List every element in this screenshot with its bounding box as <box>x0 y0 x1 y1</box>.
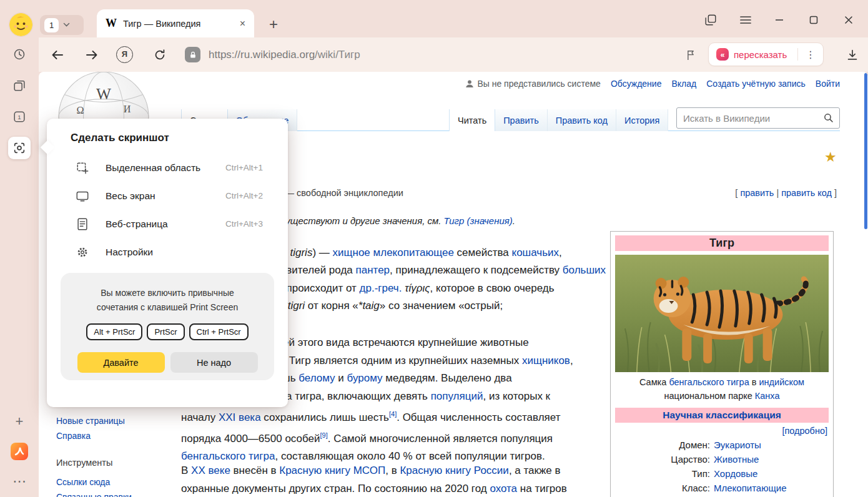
personal-link-contribs[interactable]: Вклад <box>671 79 696 89</box>
wiki-link[interactable]: белому <box>298 372 335 384</box>
tabs-panel-button[interactable]: 1 <box>8 106 31 128</box>
tab-history[interactable]: История <box>616 109 668 131</box>
address-bar[interactable]: https://ru.wikipedia.org/wiki/Тигр <box>209 37 360 72</box>
menu-item-web-page[interactable]: Веб-страница Ctrl+Alt+3 <box>47 210 288 238</box>
tab-edit-source[interactable]: Править код <box>548 109 616 131</box>
lock-icon <box>189 51 197 59</box>
search-input[interactable] <box>682 112 823 124</box>
history-button[interactable] <box>8 43 31 66</box>
wiki-link[interactable]: править код <box>781 188 832 198</box>
screenshot-popup: Сделать скриншот Выделенная область Ctrl… <box>47 119 288 407</box>
new-tab-button[interactable]: + <box>265 16 282 33</box>
wiki-link[interactable]: править <box>740 188 774 198</box>
downloads-button[interactable] <box>843 46 862 64</box>
wiki-link[interactable]: бенгальского тигра <box>181 450 275 462</box>
text-segment: *taig <box>358 300 380 312</box>
bookmark-button[interactable] <box>682 46 699 64</box>
accept-button[interactable]: Давайте <box>77 352 165 373</box>
tab-counter-control[interactable]: 1 <box>40 15 84 35</box>
gear-icon <box>74 245 91 259</box>
wiki-link[interactable]: млекопитающее <box>373 247 454 258</box>
tab-read[interactable]: Читать <box>449 109 495 131</box>
menu-item-settings[interactable]: Настройки <box>47 238 288 266</box>
sidebar-item-help[interactable]: Справка <box>56 428 132 443</box>
profile-avatar[interactable] <box>9 12 33 37</box>
personal-link-login[interactable]: Войти <box>816 79 840 89</box>
personal-link-create-account[interactable]: Создать учётную запись <box>706 79 806 89</box>
wiki-link[interactable]: XX веке <box>191 465 230 476</box>
wiki-link[interactable]: Хордовые <box>714 466 757 481</box>
menu-item-selected-area[interactable]: Выделенная область Ctrl+Alt+1 <box>47 154 288 182</box>
wiki-link[interactable]: Канха <box>755 391 780 401</box>
wiki-link[interactable]: пантер <box>356 264 390 276</box>
wiki-link[interactable]: кошачьих <box>512 247 560 258</box>
text-segment: , принадлежащего к подсемейству <box>390 264 563 276</box>
wiki-link[interactable]: Красную книгу МСОП <box>279 465 385 476</box>
browser-menu-button[interactable] <box>737 11 754 29</box>
text-segment: , в <box>385 465 400 476</box>
screenshot-tool-button[interactable] <box>8 137 31 159</box>
wiki-link[interactable]: [4] <box>389 410 397 418</box>
personal-link-talk[interactable]: Обсуждение <box>611 79 662 89</box>
side-panel-toggle-button[interactable] <box>702 11 719 29</box>
wiki-link[interactable]: Тигр (значения) <box>444 215 513 226</box>
screen-icon <box>74 189 91 203</box>
wiki-link[interactable]: бенгальского тигра <box>669 377 749 387</box>
wiki-search-box[interactable] <box>676 107 840 129</box>
minimize-button[interactable] <box>771 11 788 29</box>
sidebar-add-button[interactable]: + <box>8 410 31 433</box>
collections-button[interactable] <box>8 74 31 97</box>
wiki-link[interactable]: [9] <box>320 431 328 439</box>
arrow-right-icon <box>84 47 99 62</box>
wiki-link[interactable]: индийском <box>759 377 804 387</box>
wiki-link[interactable]: XXI века <box>219 411 261 423</box>
search-icon[interactable] <box>823 112 834 124</box>
wiki-link[interactable]: Млекопитающие <box>714 481 787 495</box>
maximize-button[interactable] <box>805 11 822 29</box>
retell-button[interactable]: « пересказать ⋮ <box>708 42 824 66</box>
wiki-link[interactable]: Животные <box>714 452 759 466</box>
minimize-icon <box>774 15 784 25</box>
wiki-link[interactable]: бурому <box>347 372 383 384</box>
text-segment: , а также в <box>509 465 561 476</box>
retell-menu-dots-icon[interactable]: ⋮ <box>803 49 818 61</box>
sidebar-item-related-changes[interactable]: Связанные правки <box>56 490 132 497</box>
stacked-pages-icon <box>12 79 26 92</box>
refresh-button[interactable] <box>150 46 169 64</box>
download-icon <box>846 48 859 62</box>
site-security-chip[interactable] <box>185 47 200 62</box>
text-segment: , <box>570 355 573 367</box>
yandex-search-button[interactable]: Я <box>116 46 133 63</box>
sidebar-item-what-links-here[interactable]: Ссылки сюда <box>56 475 132 490</box>
tab-close-icon[interactable]: × <box>240 19 245 29</box>
scientific-classification-header[interactable]: Научная классификация <box>615 408 829 423</box>
personal-bar: Вы не представились системе Обсуждение В… <box>465 79 840 89</box>
sidebar-more-button[interactable]: ⋯ <box>8 470 31 493</box>
page-scrollbar-thumb[interactable] <box>864 73 867 229</box>
svg-text:W: W <box>96 85 111 102</box>
wiki-link[interactable]: популяций <box>431 390 483 402</box>
tiger-image <box>615 255 829 372</box>
wiki-link[interactable]: больших <box>563 264 606 276</box>
browser-tab-active[interactable]: W Тигр — Википедия × <box>97 9 254 37</box>
forward-button[interactable] <box>82 46 101 64</box>
sidebar-item-new-pages[interactable]: Новые страницы <box>56 413 132 428</box>
wiki-link[interactable]: др.-греч. <box>360 282 402 294</box>
wiki-link[interactable]: охота <box>490 483 517 495</box>
decline-button[interactable]: Не надо <box>170 352 258 373</box>
hint-text-line1: Вы можете включить привычные <box>61 286 274 300</box>
text-segment: » со значением «острый; <box>380 300 503 312</box>
tiger-photo[interactable] <box>615 255 829 372</box>
yandex-services-button[interactable] <box>8 440 31 463</box>
wiki-link[interactable]: Красную книгу России <box>400 465 508 476</box>
back-button[interactable] <box>48 46 67 64</box>
wiki-link[interactable]: хищное <box>333 247 370 258</box>
wiki-link[interactable]: хищников <box>522 355 570 367</box>
wiki-link[interactable]: Эукариоты <box>714 438 761 452</box>
tab-edit[interactable]: Править <box>495 109 548 131</box>
text-line: В XX веке внесён в Красную книгу МСОП, в… <box>181 462 567 480</box>
taxobox-title: Тигр <box>615 235 829 251</box>
details-link[interactable]: [подробно] <box>616 426 827 436</box>
menu-item-full-screen[interactable]: Весь экран Ctrl+Alt+2 <box>47 182 288 210</box>
close-window-button[interactable] <box>840 11 857 29</box>
